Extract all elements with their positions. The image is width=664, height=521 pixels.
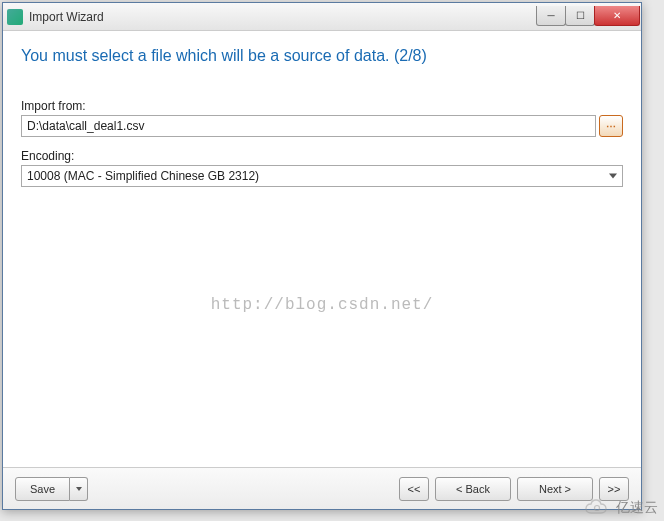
- import-from-input[interactable]: [21, 115, 596, 137]
- first-button[interactable]: <<: [399, 477, 429, 501]
- import-from-row: ⋯: [21, 115, 623, 137]
- browse-button[interactable]: ⋯: [599, 115, 623, 137]
- close-button[interactable]: ✕: [594, 6, 640, 26]
- import-wizard-window: Import Wizard ─ ☐ ✕ You must select a fi…: [2, 2, 642, 510]
- wizard-content: You must select a file which will be a s…: [3, 31, 641, 467]
- next-button[interactable]: Next >: [517, 477, 593, 501]
- titlebar: Import Wizard ─ ☐ ✕: [3, 3, 641, 31]
- save-split-button: Save: [15, 477, 88, 501]
- encoding-label: Encoding:: [21, 149, 623, 163]
- window-controls: ─ ☐ ✕: [537, 6, 640, 26]
- import-from-label: Import from:: [21, 99, 623, 113]
- nav-buttons: << < Back Next > >>: [399, 477, 629, 501]
- save-button[interactable]: Save: [15, 477, 70, 501]
- cloud-icon: [584, 499, 612, 517]
- encoding-row: [21, 165, 623, 187]
- save-dropdown-button[interactable]: [70, 477, 88, 501]
- blog-watermark: http://blog.csdn.net/: [211, 296, 434, 314]
- back-button[interactable]: < Back: [435, 477, 511, 501]
- svg-point-0: [595, 506, 600, 511]
- wizard-footer: Save << < Back Next > >>: [3, 467, 641, 509]
- minimize-button[interactable]: ─: [536, 6, 566, 26]
- site-watermark: 亿速云: [584, 499, 658, 517]
- maximize-button[interactable]: ☐: [565, 6, 595, 26]
- wizard-heading: You must select a file which will be a s…: [21, 47, 623, 65]
- encoding-select[interactable]: [21, 165, 623, 187]
- last-button[interactable]: >>: [599, 477, 629, 501]
- app-icon: [7, 9, 23, 25]
- ellipsis-icon: ⋯: [606, 121, 616, 132]
- window-title: Import Wizard: [29, 10, 537, 24]
